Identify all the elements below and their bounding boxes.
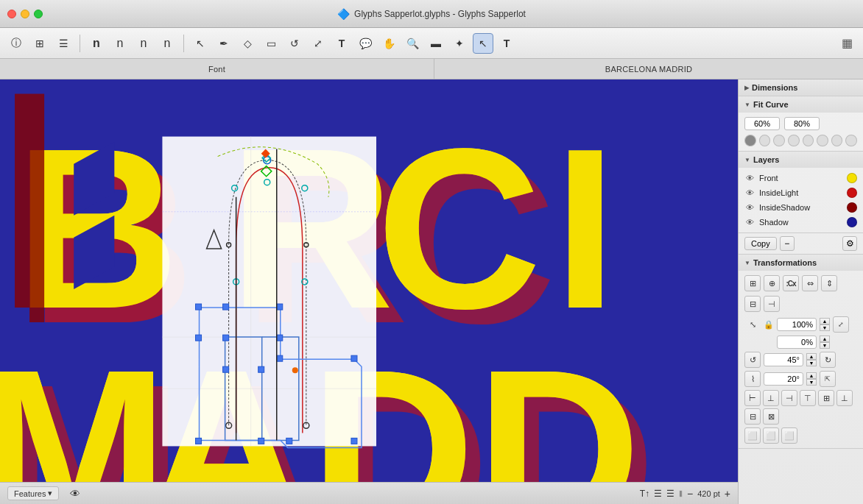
transform-distribute-h[interactable]: ⊞ xyxy=(744,275,761,291)
scale-y-up[interactable]: ▲ xyxy=(820,336,830,342)
layer-eye-front[interactable]: 👁 xyxy=(744,173,755,183)
layer-color-insidelight xyxy=(847,188,857,198)
slant-up[interactable]: ▲ xyxy=(806,372,817,379)
transform-align-left[interactable]: ⊣ xyxy=(764,296,780,312)
scale-apply-icon[interactable]: ⤢ xyxy=(833,316,849,333)
fit-dot-4[interactable] xyxy=(788,135,800,146)
list-tool[interactable]: ☰ xyxy=(53,33,74,54)
rotate-up[interactable]: ▲ xyxy=(806,353,817,360)
fit-dot-1[interactable] xyxy=(744,135,756,146)
eye-button[interactable]: 👁 xyxy=(65,483,85,504)
transform-distribute-v[interactable]: ⊟ xyxy=(744,296,761,312)
tab-font[interactable]: Font xyxy=(0,59,434,79)
dimensions-header[interactable]: ▶ Dimensions xyxy=(739,79,863,96)
transformations-header[interactable]: ▼ Transformations xyxy=(739,255,863,271)
layer-shadow[interactable]: 👁 Shadow xyxy=(739,215,863,230)
fit-dot-8[interactable] xyxy=(845,135,857,146)
scale-x-stepper[interactable]: ▲ ▼ xyxy=(820,318,830,331)
minus-zoom[interactable]: − xyxy=(687,488,693,500)
align-right-btn[interactable]: ⊣ xyxy=(781,390,797,406)
copy-layer-button[interactable]: Copy xyxy=(744,237,777,250)
lock-icon[interactable]: 🔒 xyxy=(764,319,774,330)
slant-apply-icon[interactable]: ⇱ xyxy=(820,371,836,387)
pen-tool[interactable]: ✒ xyxy=(214,33,234,54)
maximize-button[interactable] xyxy=(34,10,43,18)
slant-down[interactable]: ▼ xyxy=(806,379,817,386)
distribute-v-btn[interactable]: ⊠ xyxy=(763,408,779,425)
fit-curve-input1[interactable] xyxy=(744,117,780,130)
scale-x-up[interactable]: ▲ xyxy=(820,318,830,324)
slant-stepper[interactable]: ▲ ▼ xyxy=(806,372,817,386)
minimize-button[interactable] xyxy=(21,10,29,18)
rotate-ccw-icon[interactable]: ↺ xyxy=(744,352,761,368)
transform-center[interactable]: ⊕ xyxy=(764,275,780,291)
layers-header[interactable]: ▼ Layers xyxy=(739,152,863,168)
fit-curve-dots xyxy=(744,135,857,146)
rotate-cw-icon[interactable]: ↻ xyxy=(820,352,836,368)
rotate-input[interactable] xyxy=(764,353,803,366)
rotate-stepper[interactable]: ▲ ▼ xyxy=(806,353,817,366)
fit-dot-6[interactable] xyxy=(817,135,828,146)
type-tool2[interactable]: T xyxy=(496,33,517,54)
rect-tool[interactable]: ▭ xyxy=(261,33,281,54)
fit-dot-5[interactable] xyxy=(803,135,814,146)
close-button[interactable] xyxy=(7,10,16,18)
select-tool[interactable]: ↖ xyxy=(190,33,211,54)
fit-dot-7[interactable] xyxy=(831,135,843,146)
fit-curve-input2[interactable] xyxy=(784,117,820,130)
distribute-h-btn[interactable]: ⊟ xyxy=(744,408,761,425)
features-button[interactable]: Features ▾ xyxy=(7,486,59,500)
rotate-down[interactable]: ▼ xyxy=(806,360,817,366)
align-middle-btn[interactable]: ⊞ xyxy=(818,390,834,406)
slant-icon[interactable]: ⌇ xyxy=(744,371,761,387)
resize-tool[interactable]: ⤢ xyxy=(308,33,328,54)
undo-tool[interactable]: ↺ xyxy=(284,33,305,54)
transform-cx[interactable]: :Cx xyxy=(783,275,799,291)
scale-y-input[interactable] xyxy=(777,336,817,349)
node-select-tool[interactable]: ↖ xyxy=(473,33,493,54)
mirror-v-btn[interactable]: ⬜ xyxy=(763,427,779,444)
tab-barcelona[interactable]: BARCELONA MADRID xyxy=(434,59,863,79)
eraser-tool[interactable]: ◇ xyxy=(237,33,258,54)
transform-flip-h[interactable]: ⇔ xyxy=(802,275,818,291)
scale-x-down[interactable]: ▼ xyxy=(820,324,830,331)
layer-insidelight[interactable]: 👁 InsideLight xyxy=(739,185,863,200)
align-left-btn[interactable]: ⊢ xyxy=(744,390,761,406)
fit-dot-3[interactable] xyxy=(773,135,785,146)
align-center-btn[interactable]: ⊥ xyxy=(763,390,779,406)
minus-layer-button[interactable]: − xyxy=(780,236,795,251)
layer-front[interactable]: 👁 Front xyxy=(739,171,863,185)
gear-layer-button[interactable]: ⚙ xyxy=(842,236,857,251)
plus-zoom[interactable]: + xyxy=(725,488,730,500)
glyph-n1[interactable]: n xyxy=(86,33,107,54)
hand-tool[interactable]: ✋ xyxy=(378,33,399,54)
fit-dot-2[interactable] xyxy=(759,135,771,146)
scale-y-stepper[interactable]: ▲ ▼ xyxy=(820,336,830,349)
fit-curve-header[interactable]: ▼ Fit Curve xyxy=(739,96,863,113)
ruler-tool[interactable]: ▬ xyxy=(426,33,446,54)
scale-y-down[interactable]: ▼ xyxy=(820,342,830,349)
reset-btn[interactable]: ⬜ xyxy=(781,427,797,444)
sidebar-toggle[interactable]: ▦ xyxy=(836,33,857,54)
info-tool[interactable]: ⓘ xyxy=(6,33,27,54)
align-bottom-btn[interactable]: ⊥ xyxy=(836,390,853,406)
transform-flip-v[interactable]: ⇕ xyxy=(821,275,837,291)
glyph-n3[interactable]: n xyxy=(133,33,154,54)
grid-tool[interactable]: ⊞ xyxy=(29,33,50,54)
canvas-area[interactable]: B B B R R R C C C I M M M A A A D D D xyxy=(0,79,738,504)
speech-tool[interactable]: 💬 xyxy=(355,33,376,54)
glyph-n2[interactable]: n xyxy=(110,33,130,54)
layer-insideshadow[interactable]: 👁 InsideShadow xyxy=(739,200,863,215)
layer-eye-shadow[interactable]: 👁 xyxy=(744,217,755,227)
star-tool[interactable]: ✦ xyxy=(449,33,470,54)
text-tool[interactable]: T xyxy=(331,33,352,54)
slant-input[interactable] xyxy=(764,372,803,386)
layer-eye-insidelight[interactable]: 👁 xyxy=(744,188,755,198)
zoom-tool[interactable]: 🔍 xyxy=(402,33,423,54)
layer-actions: Copy − ⚙ xyxy=(739,233,863,254)
mirror-h-btn[interactable]: ⬜ xyxy=(744,427,761,444)
glyph-n4[interactable]: n xyxy=(157,33,177,54)
align-top-btn[interactable]: ⊤ xyxy=(800,390,816,406)
scale-x-input[interactable] xyxy=(777,318,817,331)
layer-eye-insideshadow[interactable]: 👁 xyxy=(744,202,755,213)
